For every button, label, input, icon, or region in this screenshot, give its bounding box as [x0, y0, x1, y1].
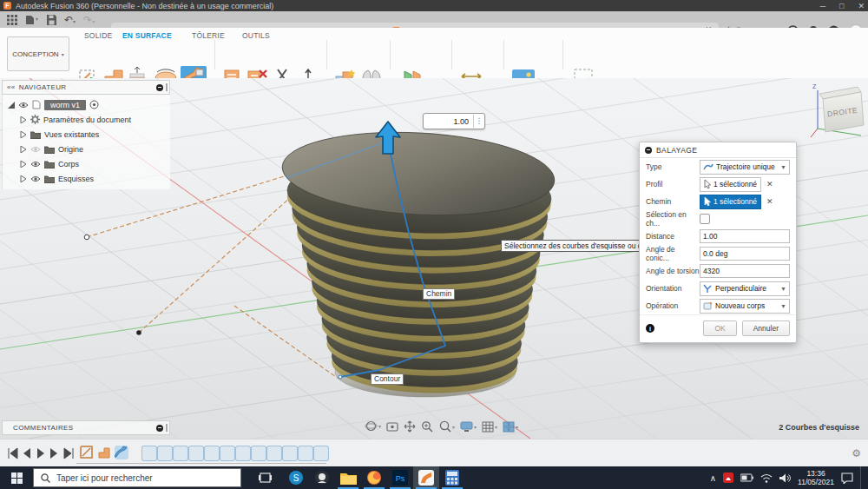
timeline-sweep-feature-active[interactable]: [115, 446, 128, 459]
app-grid-icon[interactable]: [7, 15, 17, 25]
timeline-sketch-feature[interactable]: [80, 446, 94, 459]
workspace-selector[interactable]: CONCEPTION▾: [7, 36, 69, 71]
timeline-ghost-feature[interactable]: [266, 446, 282, 461]
distance-input[interactable]: [700, 229, 790, 243]
twist-angle-input[interactable]: [700, 264, 790, 278]
timeline-ghost-feature[interactable]: [298, 446, 313, 461]
view-cube[interactable]: DROITE Z: [811, 83, 864, 137]
timeline-playback-controls[interactable]: [7, 446, 75, 460]
expand-arrow-icon[interactable]: [8, 102, 15, 109]
taskbar-app-fusion360[interactable]: [413, 466, 439, 489]
tree-root-row[interactable]: worm v1: [3, 97, 170, 112]
zoom-window-button[interactable]: ▾: [438, 420, 455, 433]
tree-item-named-views[interactable]: Vues existantes: [3, 127, 170, 142]
display-settings-button[interactable]: ▾: [460, 421, 477, 433]
timeline-solid-feature[interactable]: [97, 446, 111, 459]
maximize-button[interactable]: □: [839, 2, 844, 10]
file-menu-icon[interactable]: [25, 15, 39, 25]
wifi-icon[interactable]: [760, 473, 773, 483]
taskbar-search[interactable]: Taper ici pour rechercher: [33, 468, 241, 487]
start-button[interactable]: [0, 466, 33, 489]
pan-button[interactable]: [404, 420, 416, 433]
timeline-ghost-feature[interactable]: [220, 446, 235, 461]
show-desktop-strip[interactable]: [860, 466, 865, 489]
tray-antivirus-icon[interactable]: [723, 472, 733, 483]
task-view-button[interactable]: [252, 466, 278, 489]
collapse-arrow-icon[interactable]: [20, 161, 27, 168]
undo-button[interactable]: ↶▾: [64, 14, 76, 26]
timeline-ghost-feature[interactable]: [235, 446, 251, 461]
collapse-arrow-icon[interactable]: [20, 175, 27, 182]
taskbar-app-photoshop[interactable]: Ps: [387, 466, 413, 489]
collapse-panel-icon[interactable]: ««: [7, 83, 16, 91]
battery-icon[interactable]: [740, 473, 753, 482]
timeline-ghost-feature[interactable]: [313, 446, 329, 461]
tab-en-surface[interactable]: EN SURFACE: [122, 31, 172, 40]
panel-resize-handle[interactable]: [166, 424, 168, 432]
viewports-button[interactable]: ▾: [503, 421, 518, 433]
ok-button[interactable]: OK: [703, 320, 736, 336]
timeline-ghost-feature[interactable]: [204, 446, 220, 461]
collapse-arrow-icon[interactable]: [20, 116, 27, 123]
tab-tolerie[interactable]: TÔLERIE: [192, 31, 225, 40]
chained-selection-checkbox[interactable]: [700, 214, 710, 224]
orientation-dropdown[interactable]: Perpendiculaire▼: [700, 281, 790, 296]
handle-grip-icon[interactable]: ⋮: [473, 115, 484, 128]
tab-outils[interactable]: OUTILS: [242, 31, 270, 40]
tree-item-origin[interactable]: Origine: [3, 142, 170, 156]
sweep-dialog-header[interactable]: BALAYAGE: [640, 142, 796, 158]
type-dropdown[interactable]: Trajectoire unique▼: [700, 160, 790, 175]
look-at-button[interactable]: [386, 421, 398, 433]
distance-value-handle[interactable]: 1.00 ⋮: [423, 113, 485, 129]
taskbar-app-explorer[interactable]: [335, 466, 361, 489]
tree-item-bodies[interactable]: Corps: [3, 156, 170, 171]
save-icon[interactable]: [47, 15, 56, 25]
panel-options-icon[interactable]: [156, 84, 163, 91]
timeline-ghost-feature[interactable]: [188, 446, 204, 461]
chemin-clear-icon[interactable]: ✕: [766, 197, 773, 206]
timeline-ghost-feature[interactable]: [157, 446, 173, 461]
taskbar-app-calculator[interactable]: [439, 466, 465, 489]
distance-handle-value[interactable]: 1.00: [424, 117, 473, 126]
collapse-arrow-icon[interactable]: [20, 146, 27, 153]
cancel-button[interactable]: Annuler: [742, 320, 790, 336]
root-document-label[interactable]: worm v1: [44, 100, 86, 110]
comments-header[interactable]: COMMENTAIRES: [2, 420, 170, 435]
taskbar-app-github[interactable]: [309, 466, 335, 489]
tree-item-document-settings[interactable]: Paramètres du document: [3, 112, 170, 127]
timeline-ghost-feature[interactable]: [173, 446, 188, 461]
action-center-icon[interactable]: [841, 472, 853, 484]
taskbar-clock[interactable]: 13:36 11/05/2021: [798, 469, 834, 486]
taskbar-app-skype[interactable]: S: [283, 466, 309, 489]
redo-button[interactable]: ↷▾: [83, 14, 95, 26]
profil-selection-chip[interactable]: 1 sélectionné: [700, 177, 761, 192]
close-button[interactable]: ✕: [858, 2, 865, 10]
orbit-button[interactable]: ▾: [365, 420, 381, 433]
tree-item-sketches[interactable]: Esquisses: [3, 171, 170, 186]
grid-settings-button[interactable]: ▾: [482, 421, 497, 433]
visibility-eye-off-icon[interactable]: [30, 146, 41, 153]
visibility-eye-icon[interactable]: [30, 175, 41, 182]
timeline-settings-gear-icon[interactable]: ⚙: [852, 447, 861, 459]
operation-dropdown[interactable]: Nouveau corps▼: [700, 299, 790, 314]
panel-options-icon[interactable]: [156, 425, 163, 432]
sketch-point-open[interactable]: [84, 235, 89, 240]
dialog-options-icon[interactable]: [645, 147, 652, 154]
profil-clear-icon[interactable]: ✕: [766, 180, 773, 188]
visibility-eye-icon[interactable]: [30, 161, 41, 168]
taskbar-app-firefox[interactable]: [361, 466, 387, 489]
speaker-icon[interactable]: [779, 473, 791, 483]
navigator-header[interactable]: «« NAVIGATEUR: [2, 80, 170, 95]
tab-solide[interactable]: SOLIDE: [84, 31, 112, 40]
timeline-ghost-feature[interactable]: [251, 446, 266, 461]
chemin-selection-chip[interactable]: 1 sélectionné: [700, 195, 761, 209]
timeline-ghost-feature[interactable]: [282, 446, 298, 461]
tray-chevron-icon[interactable]: ∧: [710, 473, 716, 483]
sketch-point[interactable]: [136, 330, 141, 335]
minimize-button[interactable]: ─: [820, 2, 825, 10]
timeline-ghost-feature[interactable]: [141, 446, 157, 461]
panel-resize-handle[interactable]: [166, 83, 168, 91]
activate-component-icon[interactable]: [89, 100, 99, 109]
taper-angle-input[interactable]: [700, 247, 790, 261]
zoom-button[interactable]: [421, 420, 433, 433]
